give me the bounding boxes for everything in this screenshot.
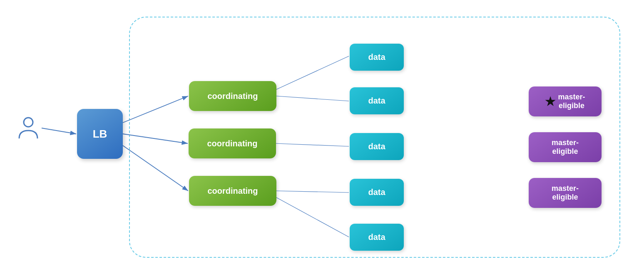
master-label-1: master-eligible [558, 93, 585, 110]
master-label-2: master-eligible [552, 138, 579, 156]
master-node-3: master-eligible [529, 178, 602, 208]
user-icon [16, 116, 41, 141]
data-label-5: data [368, 232, 385, 242]
data-node-2: data [350, 87, 404, 114]
coord-node-3: coordinating [189, 176, 276, 206]
coord-label-2: coordinating [207, 139, 257, 148]
lb-node: LB [77, 109, 123, 159]
data-node-4: data [350, 179, 404, 206]
diagram: LB coordinating coordinating coordinatin… [0, 0, 644, 274]
star-icon: ★ [545, 95, 555, 109]
coord-node-2: coordinating [189, 128, 276, 158]
svg-point-10 [24, 118, 33, 127]
master-label-3: master-eligible [552, 184, 579, 202]
data-node-3: data [350, 133, 404, 160]
data-node-5: data [350, 224, 404, 251]
data-node-1: data [350, 44, 404, 71]
lb-label: LB [93, 128, 107, 141]
svg-line-1 [42, 128, 76, 134]
data-label-4: data [368, 188, 385, 197]
data-label-2: data [368, 96, 385, 106]
master-node-2: master-eligible [529, 132, 602, 162]
master-node-1: ★ master-eligible [529, 86, 602, 116]
data-label-1: data [368, 52, 385, 62]
coord-label-1: coordinating [207, 91, 258, 101]
coord-node-1: coordinating [189, 81, 276, 111]
coord-label-3: coordinating [207, 186, 258, 196]
data-label-3: data [368, 142, 385, 151]
